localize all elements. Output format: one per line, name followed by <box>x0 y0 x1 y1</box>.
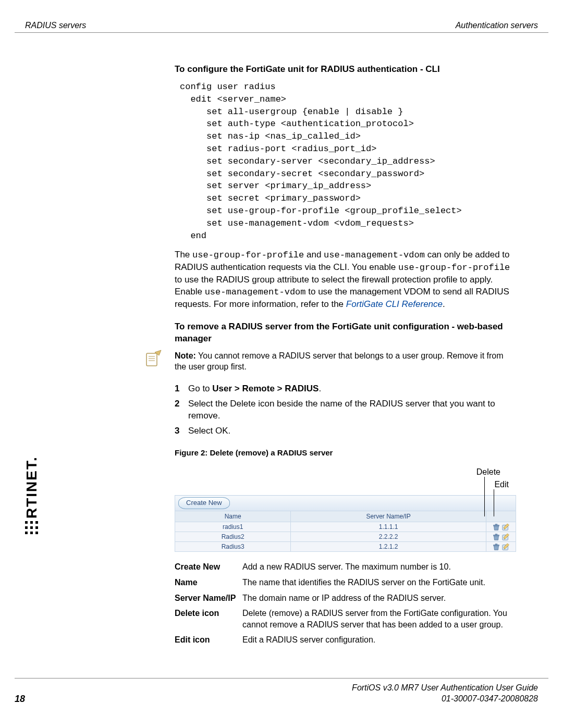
col-header-server: Server Name/IP <box>291 511 486 522</box>
delete-icon[interactable] <box>493 533 500 540</box>
document-page: RADIUS servers Authentication servers RT… <box>0 0 563 728</box>
definition-term: Server Name/IP <box>175 593 242 604</box>
note-body: You cannot remove a RADIUS server that b… <box>175 351 504 372</box>
footer-doc-id: 01-30007-0347-20080828 <box>442 694 538 703</box>
callout-delete-label: Delete <box>476 466 500 478</box>
definition-term: Delete icon <box>175 608 242 630</box>
table-row: Radius3 1.2.1.2 <box>175 542 516 552</box>
definition-desc: Edit a RADIUS server configuration. <box>242 634 516 646</box>
edit-icon[interactable] <box>502 523 509 530</box>
step-number: 2 <box>175 398 188 422</box>
step-number: 1 <box>175 383 188 395</box>
edit-icon[interactable] <box>502 533 509 540</box>
definition-term: Create New <box>175 561 242 573</box>
brand-text: RTINET <box>23 461 40 519</box>
svg-rect-11 <box>495 544 497 545</box>
cell-name: radius1 <box>175 522 291 532</box>
cell-server: 2.2.2.2 <box>291 532 486 541</box>
definition-desc: Add a new RADIUS server. The maximum num… <box>242 561 516 573</box>
note-icon <box>143 348 164 369</box>
footer-doc-info: FortiOS v3.0 MR7 User Authentication Use… <box>352 683 538 705</box>
definitions-list: Create New Add a new RADIUS server. The … <box>175 561 516 646</box>
cell-name: Radius3 <box>175 542 291 552</box>
step-item: 3 Select OK. <box>175 425 516 437</box>
note-block: Note: You cannot remove a RADIUS server … <box>175 350 516 373</box>
code-inline: use-management-vdom <box>205 287 306 297</box>
create-new-button[interactable]: Create New <box>178 497 230 509</box>
definition-term: Edit icon <box>175 634 242 646</box>
edit-icon[interactable] <box>502 542 509 550</box>
figure-callouts: Delete Edit <box>175 466 516 495</box>
definition-desc: Delete (remove) a RADIUS server from the… <box>242 608 516 630</box>
footer-guide-title: FortiOS v3.0 MR7 User Authentication Use… <box>352 683 538 692</box>
table-row: radius1 1.1.1.1 <box>175 522 516 532</box>
svg-rect-8 <box>495 534 497 535</box>
code-inline: use-group-for-profile <box>398 263 510 273</box>
col-header-name: Name <box>175 511 291 522</box>
header-rule <box>15 32 548 33</box>
cell-server: 1.2.1.2 <box>291 542 486 552</box>
running-header-left: RADIUS servers <box>25 21 86 30</box>
definition-row: Name The name that identifies the RADIUS… <box>175 577 516 588</box>
step-item: 1 Go to User > Remote > RADIUS. <box>175 383 516 395</box>
code-inline: use-management-vdom <box>324 250 425 260</box>
delete-icon[interactable] <box>493 523 500 530</box>
step-text: Select the Delete icon beside the name o… <box>188 398 516 422</box>
brand-dot-grid-icon <box>25 521 39 534</box>
table-row: Radius2 2.2.2.2 <box>175 532 516 541</box>
delete-icon[interactable] <box>493 542 500 550</box>
col-header-actions <box>486 511 516 522</box>
note-label: Note: <box>175 351 196 360</box>
svg-rect-0 <box>146 353 157 366</box>
ordered-steps: 1 Go to User > Remote > RADIUS. 2 Select… <box>175 383 516 437</box>
definition-row: Server Name/IP The domain name or IP add… <box>175 593 516 604</box>
definition-term: Name <box>175 577 242 588</box>
definition-desc: The domain name or IP address of the RAD… <box>242 593 516 604</box>
heading-remove-web: To remove a RADIUS server from the Forti… <box>175 321 516 345</box>
brand-logo: RTINET. <box>23 456 40 534</box>
step-number: 3 <box>175 425 188 437</box>
callout-edit-label: Edit <box>494 479 509 490</box>
cli-code-block: config user radius edit <server_name> se… <box>180 81 516 242</box>
footer-rule <box>15 678 548 678</box>
explanatory-paragraph: The use-group-for-profile and use-manage… <box>175 249 516 311</box>
page-number: 18 <box>15 694 25 705</box>
definition-desc: The name that identifies the RADIUS serv… <box>242 577 516 588</box>
cell-server: 1.1.1.1 <box>291 522 486 532</box>
svg-rect-5 <box>495 524 497 525</box>
code-inline: use-group-for-profile <box>192 250 304 260</box>
definition-row: Create New Add a new RADIUS server. The … <box>175 561 516 573</box>
figure-caption: Figure 2: Delete (remove) a RADIUS serve… <box>175 448 516 458</box>
cell-name: Radius2 <box>175 532 291 541</box>
running-header-right: Authentication servers <box>456 21 538 30</box>
step-text: Select OK. <box>188 425 516 437</box>
radius-server-table: Create New Name Server Name/IP radius1 1… <box>175 495 516 552</box>
cli-reference-link[interactable]: FortiGate CLI Reference <box>346 299 443 309</box>
definition-row: Edit icon Edit a RADIUS server configura… <box>175 634 516 646</box>
heading-configure-cli: To configure the FortiGate unit for RADI… <box>175 64 516 76</box>
step-text: Go to User > Remote > RADIUS. <box>188 383 516 395</box>
definition-row: Delete icon Delete (remove) a RADIUS ser… <box>175 608 516 630</box>
main-content: To configure the FortiGate unit for RADI… <box>175 64 516 650</box>
step-item: 2 Select the Delete icon beside the name… <box>175 398 516 422</box>
